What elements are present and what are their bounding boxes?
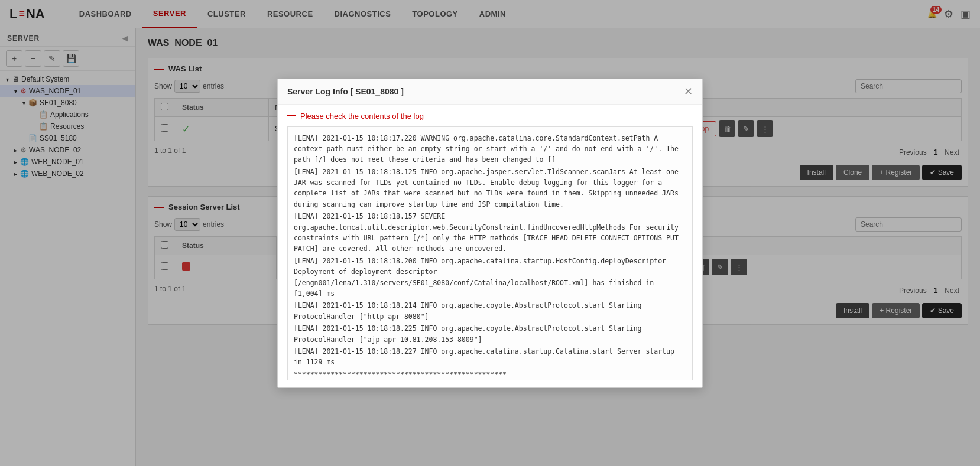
modal-header: Server Log Info [ SE01_8080 ] ✕ <box>278 79 702 105</box>
log-content-area[interactable]: [LENA] 2021-01-15 10:18:17.220 WARNING o… <box>287 126 693 380</box>
log-info-modal: Server Log Info [ SE01_8080 ] ✕ Please c… <box>277 79 703 388</box>
modal-close-button[interactable]: ✕ <box>684 86 693 97</box>
modal-warning: Please check the contents of the log <box>287 112 693 120</box>
modal-title: Server Log Info [ SE01_8080 ] <box>287 87 404 96</box>
warning-dash <box>287 115 296 116</box>
modal-warning-text: Please check the contents of the log <box>300 112 424 120</box>
modal-body: Please check the contents of the log [LE… <box>278 105 702 387</box>
modal-overlay[interactable]: Server Log Info [ SE01_8080 ] ✕ Please c… <box>0 0 980 466</box>
